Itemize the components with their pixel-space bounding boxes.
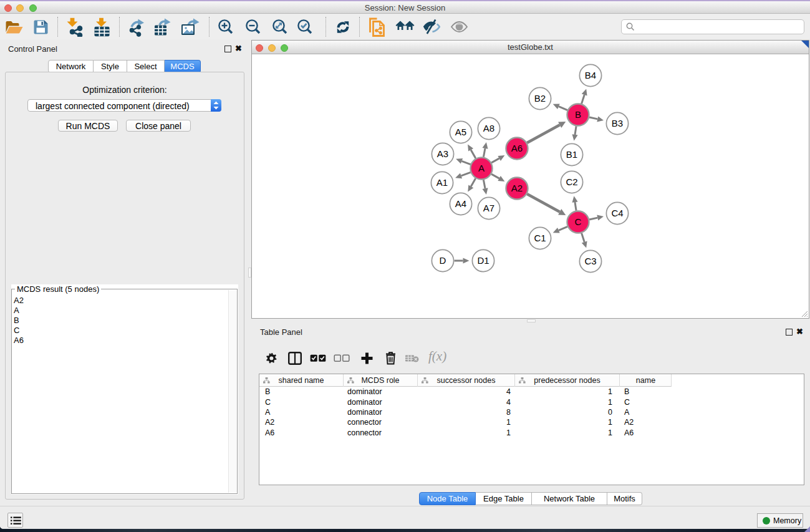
svg-text:C4: C4 xyxy=(611,208,623,218)
svg-text:A3: A3 xyxy=(437,148,448,159)
svg-text:A2: A2 xyxy=(511,183,523,193)
svg-text:A6: A6 xyxy=(511,143,523,153)
svg-text:C: C xyxy=(575,216,582,227)
svg-text:A5: A5 xyxy=(455,127,466,137)
svg-text:C1: C1 xyxy=(534,233,546,243)
svg-text:C3: C3 xyxy=(584,256,596,266)
svg-text:B1: B1 xyxy=(566,149,577,160)
svg-text:D1: D1 xyxy=(477,255,489,266)
svg-text:D: D xyxy=(440,255,446,266)
svg-text:A: A xyxy=(478,163,485,173)
svg-text:A4: A4 xyxy=(455,198,466,209)
svg-text:B3: B3 xyxy=(612,118,623,128)
svg-text:A7: A7 xyxy=(483,203,494,213)
svg-text:A1: A1 xyxy=(436,177,448,188)
svg-text:C2: C2 xyxy=(566,177,577,187)
svg-text:B2: B2 xyxy=(534,93,546,104)
svg-text:B4: B4 xyxy=(585,70,596,80)
svg-text:A8: A8 xyxy=(483,123,494,133)
svg-text:B: B xyxy=(575,109,581,120)
